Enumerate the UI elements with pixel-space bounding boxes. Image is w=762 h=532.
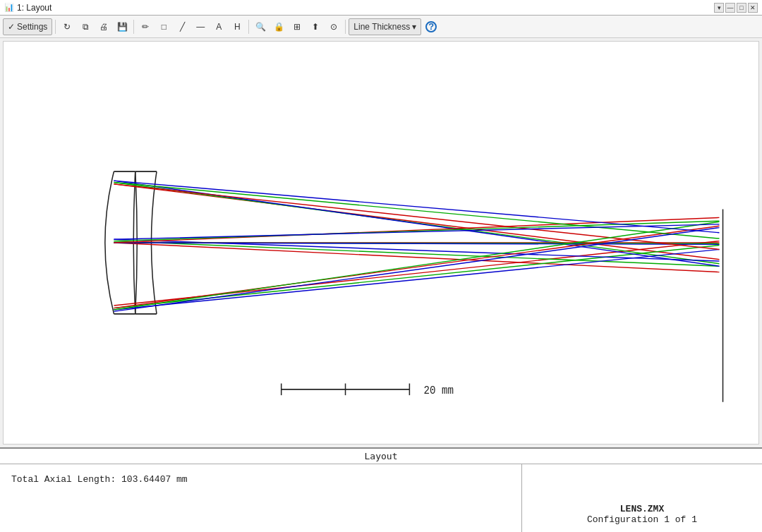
title-bar: 📊 1: Layout ▾ — □ ✕ bbox=[0, 0, 762, 16]
config-text: Configuration 1 of 1 bbox=[587, 514, 697, 525]
line-thickness-button[interactable]: Line Thickness ▾ bbox=[349, 18, 421, 35]
draw-button[interactable]: ✏ bbox=[137, 18, 154, 35]
line-thickness-label: Line Thickness bbox=[353, 22, 410, 32]
bottom-area: Layout Total Axial Length: 103.64407 mm … bbox=[0, 447, 762, 532]
export-button[interactable]: ⬆ bbox=[307, 18, 324, 35]
diagram-area: 20 mm bbox=[3, 41, 759, 445]
hline-button[interactable]: — bbox=[192, 18, 209, 35]
zoom-button[interactable]: 🔍 bbox=[252, 18, 269, 35]
filename-text: LENS.ZMX bbox=[620, 504, 664, 514]
toolbar-separator-4 bbox=[345, 20, 346, 34]
axial-length-text: Total Axial Length: 103.64407 mm bbox=[11, 474, 188, 485]
save-button[interactable]: 💾 bbox=[114, 18, 131, 35]
optical-layout-diagram: 20 mm bbox=[4, 42, 758, 444]
title-bar-left: 📊 1: Layout bbox=[4, 3, 52, 13]
help-button[interactable]: ? bbox=[423, 18, 440, 35]
dropdown-btn[interactable]: ▾ bbox=[714, 3, 724, 13]
line-button[interactable]: ╱ bbox=[174, 18, 190, 35]
help-icon: ? bbox=[425, 21, 437, 32]
settings-label: Settings bbox=[17, 22, 47, 32]
rect-button[interactable]: □ bbox=[155, 18, 172, 35]
arrow-button[interactable]: H bbox=[229, 18, 246, 35]
svg-text:20 mm: 20 mm bbox=[424, 384, 454, 397]
file-info: LENS.ZMX Configuration 1 of 1 bbox=[522, 464, 762, 532]
toolbar: ✓ Settings ↻ ⧉ 🖨 💾 ✏ □ ╱ — A H 🔍 🔒 ⊞ ⬆ ⊙… bbox=[0, 16, 762, 38]
lock-button[interactable]: 🔒 bbox=[270, 18, 287, 35]
maximize-btn[interactable]: □ bbox=[737, 3, 746, 13]
toolbar-separator-2 bbox=[133, 20, 134, 34]
toolbar-separator-1 bbox=[55, 20, 56, 34]
dropdown-arrow-icon: ▾ bbox=[412, 22, 416, 32]
checkmark-icon: ✓ bbox=[8, 22, 15, 32]
info-row: Total Axial Length: 103.64407 mm LENS.ZM… bbox=[0, 464, 762, 532]
stop-button[interactable]: ⊙ bbox=[325, 18, 342, 35]
print-button[interactable]: 🖨 bbox=[95, 18, 112, 35]
copy-button[interactable]: ⧉ bbox=[77, 18, 94, 35]
layout-label: Layout bbox=[0, 449, 762, 464]
main-container: 20 mm Layout Total Axial Length: 103.644… bbox=[0, 38, 762, 532]
axial-length-info: Total Axial Length: 103.64407 mm bbox=[0, 464, 522, 532]
layout-label-text: Layout bbox=[365, 451, 398, 461]
toolbar-separator-3 bbox=[248, 20, 249, 34]
title-bar-controls: ▾ — □ ✕ bbox=[714, 3, 758, 13]
refresh-button[interactable]: ↻ bbox=[59, 18, 75, 35]
minimize-btn[interactable]: — bbox=[725, 3, 735, 13]
settings-button[interactable]: ✓ Settings bbox=[3, 18, 52, 35]
text-button[interactable]: A bbox=[210, 18, 227, 35]
close-btn[interactable]: ✕ bbox=[748, 3, 758, 13]
fullscreen-button[interactable]: ⊞ bbox=[289, 18, 306, 35]
window-title: 1: Layout bbox=[17, 3, 52, 13]
window-icon: 📊 bbox=[4, 3, 14, 12]
